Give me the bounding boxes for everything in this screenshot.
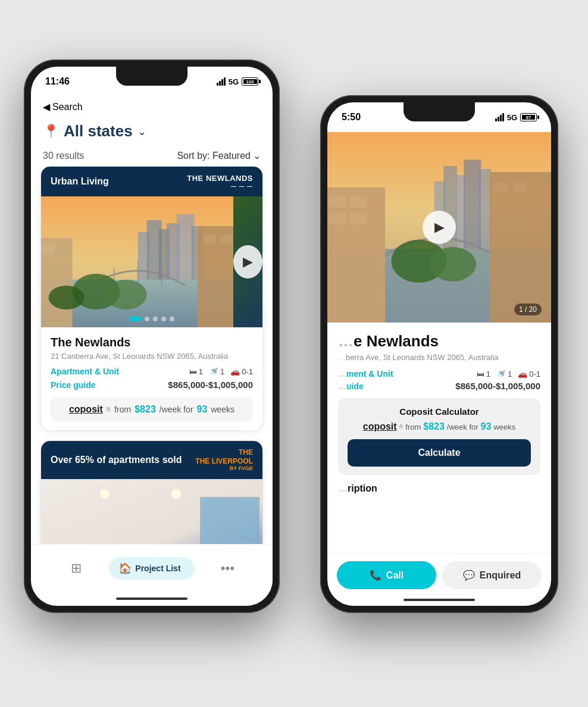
back-beds: 🛏 1 xyxy=(477,370,490,378)
property-type-1[interactable]: Apartment & Unit xyxy=(51,367,119,376)
location-pin-icon: 📍 xyxy=(43,124,59,139)
svg-point-19 xyxy=(105,280,147,309)
svg-rect-17 xyxy=(221,235,233,243)
coposit-brand-1: coposit xyxy=(69,404,103,415)
back-bottom-buttons: 📞 Call 💬 Enquired xyxy=(327,553,551,594)
svg-rect-38 xyxy=(329,213,346,224)
tab-more[interactable]: ••• xyxy=(195,561,261,576)
calculate-button[interactable]: Calculate xyxy=(348,439,531,467)
svg-rect-37 xyxy=(349,196,367,208)
back-beds-val: 1 xyxy=(486,370,490,378)
svg-point-20 xyxy=(49,286,85,309)
coposit-brand-back: coposit xyxy=(363,421,397,432)
back-property-name: …e Newlands xyxy=(338,332,540,351)
dot-1[interactable] xyxy=(129,317,141,321)
call-button[interactable]: 📞 Call xyxy=(337,561,436,589)
coposit-sup-back: ® xyxy=(399,424,404,430)
coposit-bar-1[interactable]: coposit ® from $823 /week for 93 weeks xyxy=(51,397,253,422)
back-price-value: $865,000-$1,005,000 xyxy=(455,381,540,391)
bath-icon-1: 🚿 xyxy=(209,367,218,376)
coposit-per-back: /week for xyxy=(447,423,478,431)
property-specs-1: 🛏 1 🚿 1 🚗 0-1 xyxy=(189,367,253,376)
network-label-back: 5G xyxy=(507,113,517,122)
svg-point-44 xyxy=(429,247,476,281)
back-address: …berra Ave, St Leonards NSW 2065, Austra… xyxy=(338,353,540,362)
property-card-newlands[interactable]: Urban Living THE NEWLANDS — — — xyxy=(40,166,263,431)
coposit-calculator-section: Coposit Calculator coposit ® from $823 /… xyxy=(338,398,540,475)
tab-grid[interactable]: ⊞ xyxy=(43,561,109,576)
network-label-front: 5G xyxy=(229,77,239,86)
status-right-back: 5G 97 xyxy=(495,113,537,122)
home-indicator-front xyxy=(31,592,273,606)
status-right-front: 5G 100 xyxy=(217,77,258,86)
back-label: Search xyxy=(52,102,83,112)
back-property-type[interactable]: …ment & Unit xyxy=(338,369,393,378)
card-header-1: Urban Living THE NEWLANDS — — — xyxy=(41,167,262,196)
content-scroll: Urban Living THE NEWLANDS — — — xyxy=(31,166,273,544)
coposit-week-1: /week for xyxy=(159,405,193,414)
nav-back[interactable]: ◀ Search xyxy=(31,96,273,115)
sort-dropdown[interactable]: Sort by: Featured ⌄ xyxy=(177,150,261,161)
signal-icon xyxy=(217,77,226,86)
sort-chevron-icon: ⌄ xyxy=(253,150,261,161)
card-logo-1: THE NEWLANDS — — — xyxy=(187,174,253,189)
svg-point-23 xyxy=(171,489,181,499)
enquire-button[interactable]: 💬 Enquired xyxy=(442,561,542,589)
description-label: …ription xyxy=(338,483,540,494)
card-header-label-2: Over 65% of apartments sold xyxy=(51,455,182,465)
car-icon-1: 🚗 xyxy=(230,367,240,376)
time-front: 11:46 xyxy=(45,76,70,87)
back-content: …e Newlands …berra Ave, St Leonards NSW … xyxy=(327,323,551,553)
tab-bar: ⊞ 🏠 Project List ••• xyxy=(31,544,273,592)
coposit-weeks-label-back: weeks xyxy=(493,423,515,431)
notch-back xyxy=(404,102,475,121)
beds-value-1: 1 xyxy=(199,367,203,376)
dot-3[interactable] xyxy=(153,317,158,321)
svg-rect-25 xyxy=(203,500,230,544)
location-header[interactable]: 📍 All states ⌄ xyxy=(31,115,273,145)
back-meta-row: …ment & Unit 🛏 1 🚿 1 🚗 0-1 xyxy=(338,369,540,378)
property-image-1[interactable]: ▶ xyxy=(41,196,262,327)
back-address-text: berra Ave, St Leonards NSW 2065, Austral… xyxy=(346,353,498,362)
svg-rect-16 xyxy=(204,235,215,243)
svg-rect-32 xyxy=(456,175,465,249)
coposit-amount-1: $823 xyxy=(135,404,156,415)
front-phone: 11:46 5G 100 ◀ Search 📍 xyxy=(24,60,280,613)
back-baths-val: 1 xyxy=(508,370,512,378)
back-car-icon: 🚗 xyxy=(518,370,527,378)
svg-rect-36 xyxy=(329,196,346,208)
dot-5[interactable] xyxy=(170,317,174,321)
back-property-image[interactable]: ▶ 1 / 20 xyxy=(327,132,551,323)
play-button-1[interactable]: ▶ xyxy=(233,245,262,279)
card-header-2: Over 65% of apartments sold THE THE LIVE… xyxy=(41,441,262,479)
call-icon: 📞 xyxy=(370,570,381,581)
enquire-icon: 💬 xyxy=(463,570,475,581)
coposit-weeks-label-1: weeks xyxy=(211,405,234,414)
bed-icon-1: 🛏 xyxy=(189,367,197,376)
dot-2[interactable] xyxy=(145,317,149,321)
more-icon: ••• xyxy=(221,561,234,576)
tab-project-list[interactable]: 🏠 Project List xyxy=(109,557,194,580)
svg-rect-39 xyxy=(349,213,367,224)
svg-rect-40 xyxy=(490,172,551,323)
back-cars-val: 0-1 xyxy=(529,370,540,378)
back-baths: 🚿 1 xyxy=(496,370,512,378)
battery-icon-front: 100 xyxy=(242,77,258,86)
coposit-weeks-back: 93 xyxy=(481,421,492,432)
back-bath-icon: 🚿 xyxy=(496,370,506,378)
price-row-1: Price guide $865,000-$1,005,000 xyxy=(51,380,253,390)
coposit-weeks-num-1: 93 xyxy=(197,404,208,415)
card-body-1: The Newlands 21 Canberra Ave, St Leonard… xyxy=(41,327,262,430)
dot-4[interactable] xyxy=(161,317,166,321)
notch xyxy=(116,67,187,86)
property-card-liverpool[interactable]: Over 65% of apartments sold THE THE LIVE… xyxy=(40,440,263,544)
svg-rect-26 xyxy=(231,500,258,544)
coposit-amount-back: $823 xyxy=(423,421,445,432)
play-button-back[interactable]: ▶ xyxy=(423,211,456,244)
card-image-2 xyxy=(41,479,262,544)
coposit-from-1: from xyxy=(114,405,131,414)
bath-spec-1: 🚿 1 xyxy=(209,367,224,376)
back-phone: 5:50 5G 97 xyxy=(320,95,558,613)
image-counter: 1 / 20 xyxy=(514,304,542,315)
back-price-row: …uide $865,000-$1,005,000 xyxy=(338,381,540,391)
